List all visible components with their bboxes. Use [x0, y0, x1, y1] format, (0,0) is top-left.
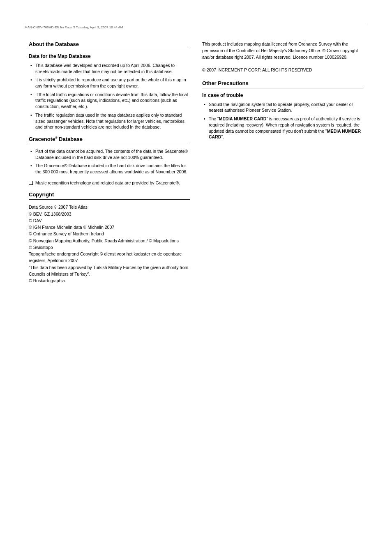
other-precautions-title: Other Precautions	[202, 80, 363, 88]
right-intro-block: This product includes mapping data licen…	[202, 41, 363, 74]
checkbox-icon	[29, 181, 33, 185]
map-database-list: This database was developed and recorded…	[29, 62, 190, 130]
copyright-section: Copyright Data Source © 2007 Tele Atlas …	[29, 191, 190, 284]
list-item: If the local traffic regulations or cond…	[29, 92, 190, 110]
list-item: The Gracenote® Database included in the …	[29, 163, 190, 175]
gracenote-note: Music recognition technology and related…	[29, 180, 190, 186]
list-item: The traffic regulation data used in the …	[29, 112, 190, 130]
list-item: The "MEDIA NUMBER CARD" is necessary as …	[202, 116, 363, 140]
gracenote-list: Part of the data cannot be acquired. The…	[29, 148, 190, 175]
map-database-subtitle: Data for the Map Database	[29, 53, 190, 59]
list-item: It is strictly prohibited to reproduce a…	[29, 77, 190, 89]
gracenote-note-text: Music recognition technology and related…	[35, 180, 180, 186]
copyright-line-6: © Swisstopo	[29, 245, 53, 250]
about-database-section: About the Database Data for the Map Data…	[29, 41, 190, 130]
about-database-title: About the Database	[29, 41, 190, 49]
gracenote-title: Gracenote® Database	[29, 136, 190, 144]
copyright-line-4: © Ordnance Survey of Northern Ireland	[29, 231, 104, 236]
copyright-line-0: Data Source © 2007 Tele Atlas	[29, 205, 88, 210]
copyright-line-7: Topografische ondergrond Copyright © die…	[29, 251, 182, 263]
precautions-list: Should the navigation system fail to ope…	[202, 101, 363, 140]
copyright-line-8: "This data has been approved by Turkish …	[29, 265, 188, 276]
copyright-line-5: © Norwegian Mapping Authority, Public Ro…	[29, 238, 179, 243]
left-column: About the Database Data for the Map Data…	[29, 41, 190, 290]
copyright-line-9: © Roskartographia	[29, 278, 65, 283]
registered-sup: ®	[55, 136, 57, 139]
in-case-of-trouble-subtitle: In case of trouble	[202, 92, 363, 98]
copyright-line-3: © IGN France Michelin data © Michelin 20…	[29, 225, 114, 230]
page-header: MAN-CNDV-700HD-EN.fm Page 5 Tuesday, Apr…	[25, 24, 367, 29]
gracenote-section: Gracenote® Database Part of the data can…	[29, 136, 190, 186]
copyright-title: Copyright	[29, 191, 190, 200]
list-item: This database was developed and recorded…	[29, 62, 190, 74]
gracenote-title-text: Gracenote® Database	[29, 136, 83, 142]
list-item: Part of the data cannot be acquired. The…	[29, 148, 190, 160]
other-precautions-section: Other Precautions In case of trouble Sho…	[202, 80, 363, 140]
media-card-bold-2: MEDIA NUMBER CARD	[209, 129, 361, 140]
media-card-bold-1: MEDIA NUMBER CARD	[219, 116, 267, 121]
ordnance-survey-text: This product includes mapping data licen…	[202, 41, 363, 60]
increment-text: © 2007 INCREMENT P CORP. ALL RIGHTS RESE…	[202, 67, 363, 74]
copyright-line-2: © DAV	[29, 218, 42, 223]
copyright-lines: Data Source © 2007 Tele Atlas © BEV, GZ …	[29, 204, 190, 284]
copyright-line-1: © BEV, GZ 1368/2003	[29, 212, 71, 216]
right-column: This product includes mapping data licen…	[202, 41, 363, 290]
list-item: Should the navigation system fail to ope…	[202, 101, 363, 113]
